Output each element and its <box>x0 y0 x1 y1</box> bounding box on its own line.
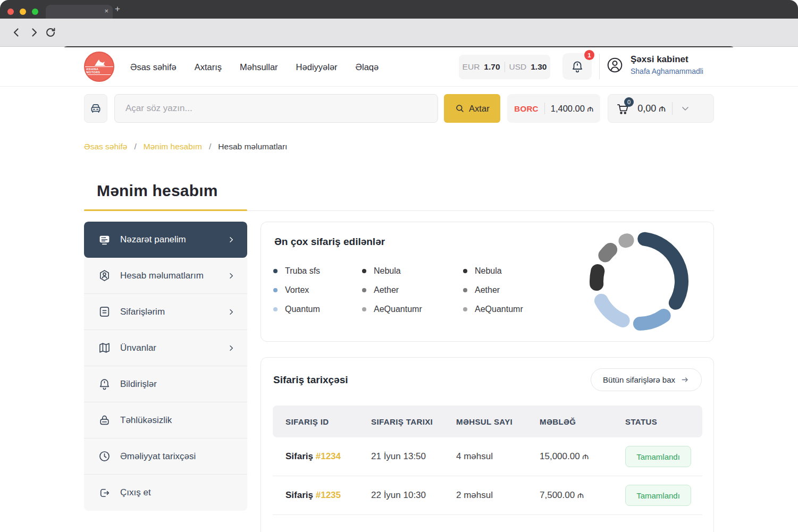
legend-dot <box>463 269 467 273</box>
column-header-product-count: MƏHSUL SAYI <box>456 417 540 426</box>
cart-total: 0,00 ₼ <box>637 103 666 114</box>
donut-segment <box>625 240 627 241</box>
sidebar-item-activity-history[interactable]: Əməliyyat tarixçəsi <box>84 438 247 475</box>
order-amount: 7,500.00 ₼ <box>540 490 625 501</box>
donut-segment <box>640 316 664 324</box>
sidebar-item-orders[interactable]: Sifarişlərim <box>84 294 247 330</box>
breadcrumb-separator: / <box>209 142 211 151</box>
window-close-button[interactable] <box>7 9 14 15</box>
column-header-amount: MƏBLƏĞ <box>540 417 625 426</box>
search-input[interactable] <box>114 94 438 123</box>
debt-indicator: BORC 1,400.00 ₼ <box>507 94 600 123</box>
eur-label: EUR <box>463 62 480 72</box>
bell-icon <box>570 60 584 73</box>
order-number: #1235 <box>316 490 341 500</box>
nav-search[interactable]: Axtarış <box>195 62 222 72</box>
search-submit-button[interactable]: Axtar <box>444 94 500 123</box>
reload-icon[interactable] <box>45 27 56 38</box>
search-button-label: Axtar <box>469 104 490 114</box>
cart-button[interactable]: 0 0,00 ₼ <box>608 94 714 123</box>
window-minimize-button[interactable] <box>20 9 26 15</box>
account-menu[interactable]: Şəxsi kabinet Shafa Aghamammadli <box>606 54 703 75</box>
forward-icon[interactable] <box>28 27 40 38</box>
order-product-count: 2 məhsul <box>456 490 540 501</box>
magnifier-icon <box>455 104 465 113</box>
order-row[interactable]: Sifariş #1234 21 İyun 13:50 4 məhsul 15,… <box>273 437 702 476</box>
sidebar-item-notifications[interactable]: Bildirişlər <box>84 366 247 402</box>
debt-label: BORC <box>514 104 538 113</box>
window-zoom-button[interactable] <box>32 9 38 15</box>
legend-dot <box>273 269 278 273</box>
main-nav: Əsas səhifə Axtarış Məhsullar Hədiyyələr… <box>130 47 379 87</box>
nav-products[interactable]: Məhsullar <box>240 62 278 72</box>
browser-toolbar <box>0 19 798 47</box>
sidebar-item-account-info[interactable]: Hesab məlumatlarım <box>84 258 247 294</box>
donut-segment <box>597 271 598 284</box>
donut-segment <box>601 301 623 320</box>
dashboard-icon <box>98 233 111 247</box>
back-icon[interactable] <box>11 27 22 38</box>
document-icon <box>98 305 111 318</box>
nav-contact[interactable]: Əlaqə <box>356 62 379 72</box>
account-name: Shafa Aghamammadli <box>631 67 703 75</box>
breadcrumb-account[interactable]: Mənim hesabım <box>144 142 202 151</box>
breadcrumb-current: Hesab məlumatları <box>218 142 287 151</box>
chevron-right-icon <box>227 272 236 280</box>
divider <box>544 103 545 114</box>
sidebar-item-dashboard[interactable]: Nəzarət panelim <box>84 222 247 258</box>
order-row[interactable]: Sifariş #1235 22 İyun 10:30 2 məhsul 7,5… <box>273 476 702 515</box>
account-sidebar: Nəzarət panelim Hesab məlumatlarım Sifar <box>84 222 247 511</box>
order-number: #1234 <box>316 451 341 461</box>
debt-value: 1,400.00 ₼ <box>551 104 593 114</box>
divider <box>672 102 673 115</box>
logo[interactable]: ASHINA MOTORS <box>84 52 114 82</box>
divider <box>599 54 600 79</box>
main-content: Ən çox sifariş edilənlər Truba sfs Vorte… <box>261 222 714 532</box>
legend-dot <box>362 307 366 311</box>
legend-column-2: Nebula Aether AeQuantumr <box>362 261 422 319</box>
legend-dot <box>362 269 366 273</box>
bell-icon <box>98 377 111 391</box>
logo-title: ASHINA MOTORS <box>85 66 113 75</box>
nav-home[interactable]: Əsas səhifə <box>130 62 177 72</box>
browser-tab-bar: × + <box>0 0 798 19</box>
breadcrumb-separator: / <box>134 142 136 151</box>
legend-dot <box>273 288 278 292</box>
browser-tab[interactable]: × <box>46 5 113 19</box>
site-header: ASHINA MOTORS Əsas səhifə Axtarış Məhsul… <box>0 47 798 87</box>
tab-close-icon[interactable]: × <box>104 7 108 15</box>
legend-item: Quantum <box>273 300 320 319</box>
logout-icon <box>98 486 111 500</box>
order-amount: 15,000.00 ₼ <box>540 451 625 462</box>
vehicle-filter-button[interactable] <box>84 94 107 123</box>
sidebar-item-addresses[interactable]: Ünvanlar <box>84 330 247 366</box>
sidebar-item-security[interactable]: Təhlükəsizlik <box>84 402 247 438</box>
usd-value: 1.30 <box>531 62 547 72</box>
notifications-button[interactable]: 1 <box>562 53 592 80</box>
order-history-title: Sifariş tarixçəsi <box>273 374 348 386</box>
notification-badge: 1 <box>584 50 594 60</box>
legend-item: AeQuantumr <box>463 300 523 319</box>
legend-dot <box>463 307 467 311</box>
divider <box>505 62 505 72</box>
view-all-orders-button[interactable]: Bütün sifarişlərə bax <box>591 368 702 391</box>
sidebar-item-logout[interactable]: Çıxış et <box>84 475 247 511</box>
legend-dot <box>362 288 366 292</box>
legend-item: Truba sfs <box>273 261 320 281</box>
breadcrumb-home[interactable]: Əsas səhifə <box>84 142 127 151</box>
column-header-order-date: SIFARIŞ TARIXI <box>371 417 456 426</box>
column-header-order-id: SIFARIŞ ID <box>285 417 371 426</box>
status-badge: Tamamlandı <box>625 485 691 506</box>
status-badge: Tamamlandı <box>625 446 691 467</box>
page-title: Mənim hesabım <box>97 182 218 200</box>
new-tab-button[interactable]: + <box>115 4 120 14</box>
chevron-right-icon <box>227 344 236 352</box>
cart-count-badge: 0 <box>624 97 634 107</box>
nav-gifts[interactable]: Hədiyyələr <box>296 62 338 72</box>
legend-dot <box>463 288 467 292</box>
order-date: 22 İyun 10:30 <box>371 490 456 501</box>
chevron-down-icon[interactable] <box>680 103 691 114</box>
order-product-count: 4 məhsul <box>456 451 540 462</box>
eur-value: 1.70 <box>484 62 500 72</box>
legend-item: Aether <box>463 281 523 300</box>
